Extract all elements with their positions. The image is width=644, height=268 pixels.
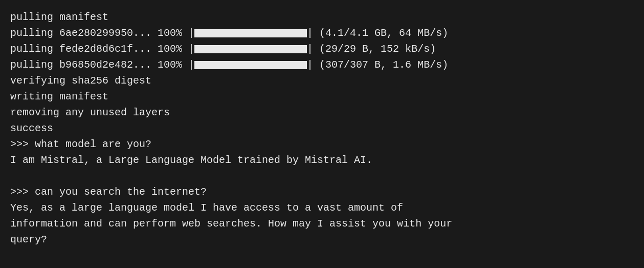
terminal-text: success xyxy=(10,120,53,136)
bar-open: | xyxy=(188,25,194,41)
bar-close: | xyxy=(307,41,313,57)
terminal-text: pulling manifest xyxy=(10,9,108,25)
terminal-window: pulling manifest pulling 6ae280299950...… xyxy=(10,9,634,248)
terminal-line-15: query? xyxy=(10,232,634,248)
progress-prefix: pulling 6ae280299950... 100% xyxy=(10,25,188,41)
terminal-line-10: I am Mistral, a Large Language Model tra… xyxy=(10,152,634,168)
terminal-line-7: removing any unused layers xyxy=(10,105,634,120)
terminal-line-3: pulling fede2d8d6c1f... 100% || (29/29 B… xyxy=(10,41,634,57)
terminal-line-2: pulling 6ae280299950... 100% || (4.1/4.1… xyxy=(10,25,634,41)
terminal-line-8: success xyxy=(10,120,634,136)
terminal-line-13: Yes, as a large language model I have ac… xyxy=(10,200,634,216)
terminal-text: verifying sha256 digest xyxy=(10,73,151,89)
progress-suffix: (29/29 B, 152 kB/s) xyxy=(313,41,436,57)
bar-open: | xyxy=(188,41,194,57)
bar-close: | xyxy=(307,25,313,41)
progress-bar xyxy=(194,61,307,69)
progress-bar xyxy=(194,45,307,53)
terminal-line-9: >>> what model are you? xyxy=(10,136,634,152)
terminal-text: query? xyxy=(10,232,47,248)
bar-open: | xyxy=(188,57,194,73)
progress-prefix: pulling b96850d2e482... 100% xyxy=(10,57,188,73)
terminal-text: I am Mistral, a Large Language Model tra… xyxy=(10,152,372,168)
terminal-line-14: information and can perform web searches… xyxy=(10,216,634,232)
progress-prefix: pulling fede2d8d6c1f... 100% xyxy=(10,41,188,57)
progress-suffix: (4.1/4.1 GB, 64 MB/s) xyxy=(313,25,448,41)
terminal-text: >>> what model are you? xyxy=(10,136,151,152)
terminal-line-6: writing manifest xyxy=(10,89,634,105)
terminal-line-4: pulling b96850d2e482... 100% || (307/307… xyxy=(10,57,634,73)
terminal-line-1: pulling manifest xyxy=(10,9,634,25)
progress-suffix: (307/307 B, 1.6 MB/s) xyxy=(313,57,448,73)
terminal-text: Yes, as a large language model I have ac… xyxy=(10,200,403,216)
terminal-text: information and can perform web searches… xyxy=(10,216,452,232)
terminal-line-12: >>> can you search the internet? xyxy=(10,184,634,200)
terminal-text: removing any unused layers xyxy=(10,105,170,120)
terminal-text: writing manifest xyxy=(10,89,108,105)
terminal-blank-line xyxy=(10,168,634,184)
terminal-line-5: verifying sha256 digest xyxy=(10,73,634,89)
bar-close: | xyxy=(307,57,313,73)
progress-bar xyxy=(194,29,307,37)
terminal-text: >>> can you search the internet? xyxy=(10,184,207,200)
